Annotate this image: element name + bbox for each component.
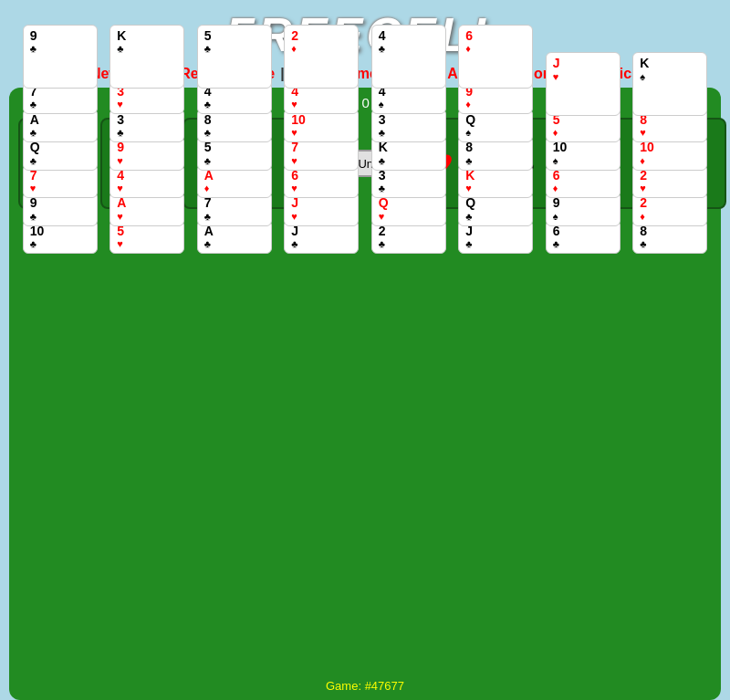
card-c7-r6[interactable]: K♠ bbox=[632, 52, 707, 116]
card-c2-r7[interactable]: 5♣ bbox=[197, 25, 272, 89]
card-c5-r7[interactable]: 6♦ bbox=[458, 25, 533, 89]
card-c0-r7[interactable]: 9♣ bbox=[23, 25, 98, 89]
game-number-value: #47677 bbox=[365, 679, 404, 693]
card-c1-r7[interactable]: K♣ bbox=[110, 25, 184, 89]
card-c4-r7[interactable]: 4♣ bbox=[371, 25, 446, 89]
card-c3-r7[interactable]: 2♦ bbox=[284, 25, 359, 89]
game-area: 00:21 | 0 Moves FREECELLFREECELLFREECELL… bbox=[9, 88, 721, 700]
card-c6-r6[interactable]: J♥ bbox=[546, 52, 620, 116]
game-number-label: Game: bbox=[326, 679, 361, 693]
game-number: Game: #47677 bbox=[326, 674, 404, 693]
